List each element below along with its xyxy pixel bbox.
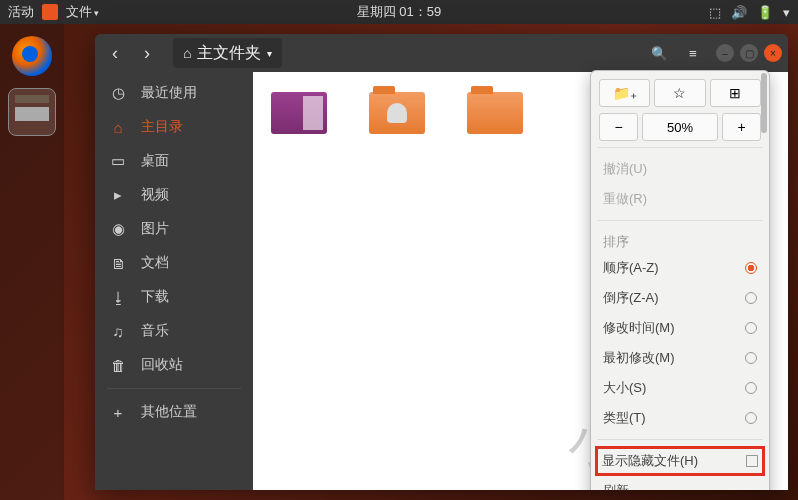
radio-icon	[745, 352, 757, 364]
radio-icon	[745, 382, 757, 394]
sidebar: ◷最近使用 ⌂主目录 ▭桌面 ▸视频 ◉图片 🗎文档 ⭳下载 ♫音乐 🗑回收站 …	[95, 72, 253, 490]
path-label: 主文件夹	[197, 43, 261, 64]
hamburger-popover: 📁₊ ☆ ⊞ − 50% + 撤消(U) 重做(R) 排序 顺序(A-Z) 倒序…	[590, 70, 770, 490]
bookmark-button[interactable]: ☆	[654, 79, 705, 107]
camera-icon: ◉	[109, 220, 127, 238]
home-icon: ⌂	[183, 45, 191, 61]
dock	[0, 24, 64, 500]
app-menu[interactable]: 文件▾	[66, 3, 99, 21]
launcher-firefox[interactable]	[8, 32, 56, 80]
radio-icon	[745, 292, 757, 304]
sidebar-item-recent[interactable]: ◷最近使用	[95, 76, 253, 110]
sidebar-item-music[interactable]: ♫音乐	[95, 314, 253, 348]
document-icon: 🗎	[109, 255, 127, 272]
minimize-button[interactable]: –	[716, 44, 734, 62]
sidebar-item-desktop[interactable]: ▭桌面	[95, 144, 253, 178]
sort-za[interactable]: 倒序(Z-A)	[599, 283, 761, 313]
sort-modified[interactable]: 修改时间(M)	[599, 313, 761, 343]
video-icon: ▸	[109, 186, 127, 204]
menu-refresh[interactable]: 刷新	[599, 476, 761, 490]
new-tab-button[interactable]: ⊞	[710, 79, 761, 107]
sort-size[interactable]: 大小(S)	[599, 373, 761, 403]
clock-icon: ◷	[109, 84, 127, 102]
radio-icon	[745, 412, 757, 424]
menu-show-hidden[interactable]: 显示隐藏文件(H)	[595, 446, 765, 476]
tab-icon: ⊞	[729, 85, 741, 101]
new-folder-button[interactable]: 📁₊	[599, 79, 650, 107]
gnome-top-bar: 活动 文件▾ 星期四 01：59 ⬚ 🔊 🔋 ▾	[0, 0, 798, 24]
sidebar-item-downloads[interactable]: ⭳下载	[95, 280, 253, 314]
music-icon: ♫	[109, 323, 127, 340]
sidebar-item-videos[interactable]: ▸视频	[95, 178, 253, 212]
sidebar-item-pictures[interactable]: ◉图片	[95, 212, 253, 246]
checkbox-icon	[746, 455, 758, 467]
zoom-level: 50%	[642, 113, 718, 141]
sidebar-item-home[interactable]: ⌂主目录	[95, 110, 253, 144]
close-button[interactable]: ×	[764, 44, 782, 62]
folder-item[interactable]	[267, 92, 331, 134]
menu-redo: 重做(R)	[599, 184, 761, 214]
sort-heading: 排序	[599, 227, 761, 253]
folder-icon	[369, 92, 425, 134]
menu-undo: 撤消(U)	[599, 154, 761, 184]
battery-icon[interactable]: 🔋	[757, 5, 773, 20]
firefox-icon	[12, 36, 52, 76]
back-button[interactable]: ‹	[101, 39, 129, 67]
trash-icon: 🗑	[109, 357, 127, 374]
radio-icon	[745, 262, 757, 274]
hamburger-menu-button[interactable]: ≡	[678, 39, 708, 67]
sort-type[interactable]: 类型(T)	[599, 403, 761, 433]
new-folder-icon: 📁₊	[613, 85, 637, 101]
sidebar-item-other[interactable]: +其他位置	[95, 395, 253, 429]
header-bar: ‹ › ⌂ 主文件夹 ▾ 🔍 ≡ – ▢ ×	[95, 34, 788, 72]
files-app-icon	[42, 4, 58, 20]
bookmark-icon: ☆	[673, 85, 686, 101]
sidebar-item-documents[interactable]: 🗎文档	[95, 246, 253, 280]
plus-icon: +	[109, 404, 127, 421]
sort-first-modified[interactable]: 最初修改(M)	[599, 343, 761, 373]
download-icon: ⭳	[109, 289, 127, 306]
folder-icon	[467, 92, 523, 134]
maximize-button[interactable]: ▢	[740, 44, 758, 62]
sidebar-item-trash[interactable]: 🗑回收站	[95, 348, 253, 382]
folder-item[interactable]	[365, 92, 429, 134]
system-menu-icon[interactable]: ▾	[783, 5, 790, 20]
activities-button[interactable]: 活动	[8, 3, 34, 21]
launcher-files[interactable]	[8, 88, 56, 136]
volume-icon[interactable]: 🔊	[731, 5, 747, 20]
zoom-in-button[interactable]: +	[722, 113, 761, 141]
chevron-down-icon: ▾	[267, 48, 272, 59]
desktop-icon: ▭	[109, 152, 127, 170]
home-icon: ⌂	[109, 119, 127, 136]
folder-item[interactable]	[463, 92, 527, 134]
folder-icon	[271, 92, 327, 134]
network-icon[interactable]: ⬚	[709, 5, 721, 20]
popover-scrollbar[interactable]	[761, 79, 767, 490]
clock[interactable]: 星期四 01：59	[357, 3, 442, 21]
nautilus-window: ‹ › ⌂ 主文件夹 ▾ 🔍 ≡ – ▢ × ◷最近使用 ⌂主目录 ▭桌面 ▸视…	[95, 34, 788, 490]
forward-button[interactable]: ›	[133, 39, 161, 67]
sidebar-separator	[107, 388, 241, 389]
search-button[interactable]: 🔍	[644, 39, 674, 67]
path-bar[interactable]: ⌂ 主文件夹 ▾	[173, 38, 282, 68]
zoom-out-button[interactable]: −	[599, 113, 638, 141]
radio-icon	[745, 322, 757, 334]
sort-az[interactable]: 顺序(A-Z)	[599, 253, 761, 283]
